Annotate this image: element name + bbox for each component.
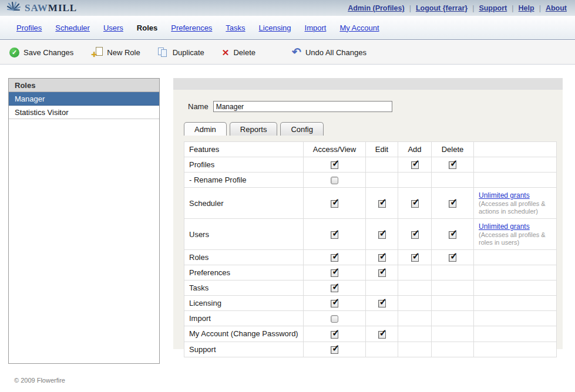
table-row: Import	[184, 311, 557, 326]
new-role-button[interactable]: +New Role	[91, 47, 140, 58]
table-row: Roles	[184, 250, 557, 265]
add-checkbox[interactable]	[411, 254, 419, 262]
access-checkbox[interactable]	[331, 200, 338, 208]
delete-cell	[432, 219, 474, 250]
feature-cell: My Account (Change Password)	[184, 326, 304, 342]
nav-item-scheduler[interactable]: Scheduler	[55, 23, 90, 32]
edit-checkbox[interactable]	[378, 231, 386, 239]
role-name-input[interactable]	[213, 101, 392, 112]
access-cell	[304, 265, 366, 281]
nav-item-licensing[interactable]: Licensing	[259, 23, 291, 32]
add-checkbox[interactable]	[411, 200, 419, 208]
feature-cell: Tasks	[184, 281, 304, 296]
logo-text: SAWMILL	[25, 2, 77, 14]
note-cell	[474, 265, 557, 281]
access-checkbox[interactable]	[331, 315, 338, 323]
table-row: UsersUnlimited grants(Accesses all profi…	[184, 219, 557, 250]
table-row: Support	[184, 342, 557, 357]
access-checkbox[interactable]	[331, 161, 338, 169]
header-link-help[interactable]: Help	[519, 4, 534, 12]
toolbar-button-label: Save Changes	[23, 48, 73, 57]
nav-item-tasks[interactable]: Tasks	[226, 23, 245, 32]
access-checkbox[interactable]	[331, 300, 338, 307]
edit-checkbox[interactable]	[378, 331, 386, 339]
unlimited-grants-link[interactable]: Unlimited grants	[479, 191, 530, 200]
access-cell	[304, 296, 366, 311]
delete-cell	[432, 326, 474, 342]
delete-cell	[432, 296, 474, 311]
add-cell	[398, 188, 432, 219]
nav-item-my-account[interactable]: My Account	[339, 23, 379, 32]
edit-checkbox[interactable]	[378, 269, 386, 277]
header-link-admin-profiles[interactable]: Admin (Profiles)	[348, 4, 405, 12]
header-links: Admin (Profiles)|Logout {ferrar}|Support…	[348, 4, 567, 12]
edit-checkbox[interactable]	[378, 300, 386, 307]
nav-item-import[interactable]: Import	[305, 23, 327, 32]
access-checkbox[interactable]	[331, 231, 338, 239]
delete-cell	[432, 173, 474, 188]
sidebar-title: Roles	[9, 79, 159, 92]
access-cell	[304, 342, 366, 357]
delete-checkbox[interactable]	[449, 200, 456, 208]
delete-cell	[432, 157, 474, 173]
nav-item-profiles[interactable]: Profiles	[16, 23, 42, 32]
sawmill-logo: SAWMILL	[6, 1, 77, 15]
edit-cell	[366, 326, 398, 342]
column-header-delete: Delete	[432, 142, 474, 157]
add-checkbox[interactable]	[411, 161, 419, 169]
sidebar-item-manager[interactable]: Manager	[9, 92, 159, 106]
edit-cell	[366, 311, 398, 326]
sidebar-item-statistics-visitor[interactable]: Statistics Visitor	[9, 106, 159, 119]
tab-config[interactable]: Config	[280, 122, 324, 136]
duplicate-button[interactable]: Duplicate	[158, 48, 204, 58]
add-checkbox[interactable]	[411, 231, 419, 239]
edit-cell	[366, 250, 398, 265]
access-checkbox[interactable]	[331, 346, 338, 354]
feature-cell: Profiles	[184, 157, 304, 173]
toolbar-button-label: Duplicate	[173, 48, 204, 57]
header-link-support[interactable]: Support	[479, 4, 507, 12]
toolbar-button-label: New Role	[107, 48, 140, 57]
access-cell	[304, 188, 366, 219]
access-checkbox[interactable]	[331, 177, 338, 184]
note-cell: Unlimited grants(Accesses all profiles &…	[474, 188, 557, 219]
edit-checkbox[interactable]	[378, 254, 386, 262]
tab-reports[interactable]: Reports	[230, 122, 278, 136]
delete-button[interactable]: ✕Delete	[222, 48, 255, 57]
table-row: Profiles	[184, 157, 557, 173]
delete-checkbox[interactable]	[449, 231, 456, 239]
access-checkbox[interactable]	[331, 269, 338, 277]
header-link-logout-ferrar[interactable]: Logout {ferrar}	[416, 4, 468, 12]
delete-cell	[432, 265, 474, 281]
grants-note-text: (Accesses all profiles & actions in sche…	[479, 200, 552, 215]
toolbar-button-label: Undo All Changes	[305, 48, 366, 57]
access-checkbox[interactable]	[331, 331, 338, 339]
save-check-icon: ✓	[9, 48, 19, 58]
delete-checkbox[interactable]	[449, 254, 456, 262]
access-checkbox[interactable]	[331, 285, 338, 292]
header-link-about[interactable]: About	[546, 4, 567, 12]
nav-item-users[interactable]: Users	[103, 23, 123, 32]
add-cell	[398, 219, 432, 250]
tab-admin[interactable]: Admin	[184, 122, 227, 136]
access-checkbox[interactable]	[331, 254, 338, 262]
red-x-icon: ✕	[222, 48, 230, 57]
add-cell	[398, 265, 432, 281]
access-cell	[304, 250, 366, 265]
table-row: SchedulerUnlimited grants(Accesses all p…	[184, 188, 557, 219]
save-changes-button[interactable]: ✓Save Changes	[9, 48, 73, 58]
feature-cell: Licensing	[184, 296, 304, 311]
delete-checkbox[interactable]	[449, 161, 456, 169]
delete-cell	[432, 250, 474, 265]
edit-checkbox[interactable]	[378, 200, 386, 208]
feature-cell: Support	[184, 342, 304, 357]
toolbar-button-label: Delete	[233, 48, 255, 57]
undo-all-changes-button[interactable]: ↶Undo All Changes	[292, 47, 366, 58]
unlimited-grants-link[interactable]: Unlimited grants	[479, 222, 530, 231]
column-header-features: Features	[184, 142, 304, 157]
header-link-separator: |	[512, 4, 513, 12]
access-cell	[304, 173, 366, 188]
note-cell	[474, 173, 557, 188]
edit-cell	[366, 219, 398, 250]
nav-item-preferences[interactable]: Preferences	[171, 23, 212, 32]
